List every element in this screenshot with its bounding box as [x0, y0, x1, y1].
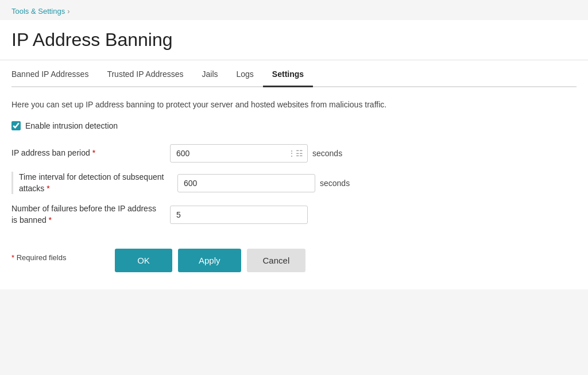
footer-row: * Required fields OK Apply Cancel [11, 243, 577, 272]
apply-button[interactable]: Apply [178, 249, 241, 272]
enable-intrusion-detection-label[interactable]: Enable intrusion detection [25, 121, 118, 130]
time-interval-input-group: seconds [177, 174, 350, 192]
description-text: Here you can set up IP address banning t… [11, 99, 577, 111]
breadcrumb-parent-link[interactable]: Tools & Settings [11, 7, 65, 16]
ban-period-required-star: * [92, 148, 95, 157]
time-interval-input-wrapper [177, 174, 315, 192]
required-note: * Required fields [11, 253, 103, 262]
num-failures-input[interactable] [170, 206, 308, 224]
num-failures-row: Number of failures before the IP address… [11, 203, 577, 226]
tab-settings[interactable]: Settings [263, 63, 313, 87]
time-interval-row: Time interval for detection of subsequen… [11, 172, 577, 194]
buttons-row: OK Apply Cancel [115, 249, 305, 272]
num-failures-input-wrapper [170, 206, 308, 224]
main-content: Banned IP Addresses Trusted IP Addresses… [0, 60, 588, 289]
breadcrumb-separator: › [67, 7, 69, 16]
ban-period-input[interactable] [170, 144, 308, 163]
ban-period-row: IP address ban period * ⋮☷ seconds [11, 144, 577, 163]
enable-intrusion-detection-row: Enable intrusion detection [11, 121, 577, 130]
time-interval-label: Time interval for detection of subsequen… [19, 172, 168, 194]
form-section: IP address ban period * ⋮☷ seconds Time … [11, 144, 577, 226]
time-interval-input[interactable] [177, 174, 315, 192]
num-failures-input-group [170, 206, 312, 224]
page-container: Tools & Settings › IP Address Banning Ba… [0, 0, 588, 375]
tab-jails[interactable]: Jails [192, 63, 227, 87]
ok-button[interactable]: OK [115, 249, 172, 272]
breadcrumb: Tools & Settings › [0, 0, 588, 20]
time-interval-unit: seconds [320, 179, 350, 188]
tab-banned-ip-addresses[interactable]: Banned IP Addresses [11, 63, 98, 87]
cancel-button[interactable]: Cancel [247, 249, 306, 272]
tabs-bar: Banned IP Addresses Trusted IP Addresses… [11, 60, 577, 87]
enable-intrusion-detection-checkbox[interactable] [11, 121, 21, 130]
tab-trusted-ip-addresses[interactable]: Trusted IP Addresses [98, 63, 192, 87]
ban-period-input-group: ⋮☷ seconds [170, 144, 342, 163]
ban-period-label: IP address ban period * [11, 148, 161, 159]
tab-logs[interactable]: Logs [227, 63, 263, 87]
page-title-bar: IP Address Banning [0, 20, 588, 60]
page-title: IP Address Banning [11, 29, 577, 51]
ban-period-input-wrapper: ⋮☷ [170, 144, 308, 163]
num-failures-required-star: * [49, 215, 52, 225]
num-failures-label: Number of failures before the IP address… [11, 203, 161, 226]
time-interval-required-star: * [47, 184, 49, 193]
ban-period-unit: seconds [312, 149, 342, 158]
